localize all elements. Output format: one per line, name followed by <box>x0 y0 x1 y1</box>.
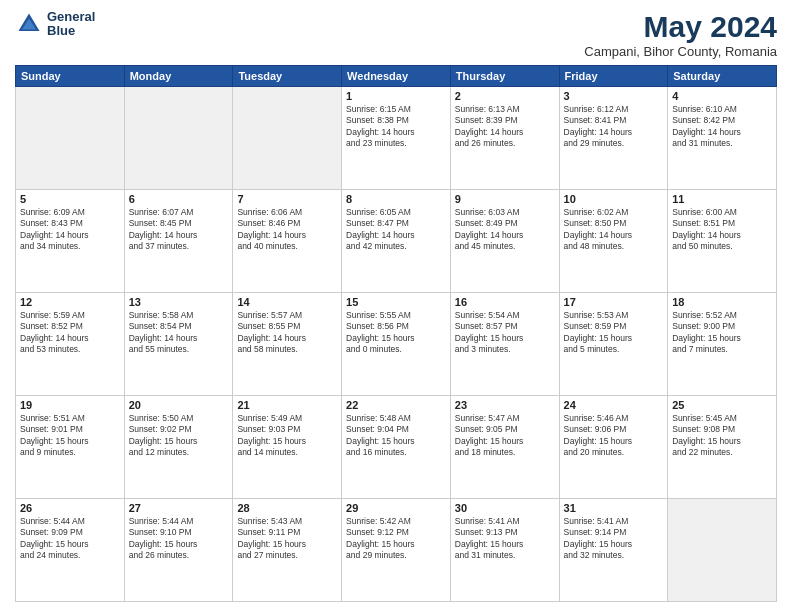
calendar-cell <box>668 499 777 602</box>
calendar-cell: 16Sunrise: 5:54 AM Sunset: 8:57 PM Dayli… <box>450 293 559 396</box>
calendar-cell <box>124 87 233 190</box>
calendar-cell: 23Sunrise: 5:47 AM Sunset: 9:05 PM Dayli… <box>450 396 559 499</box>
title-location: Campani, Bihor County, Romania <box>584 44 777 59</box>
day-number: 23 <box>455 399 555 411</box>
cell-content: Sunrise: 6:00 AM Sunset: 8:51 PM Dayligh… <box>672 207 772 253</box>
calendar-cell <box>233 87 342 190</box>
day-number: 22 <box>346 399 446 411</box>
day-number: 2 <box>455 90 555 102</box>
calendar-cell: 1Sunrise: 6:15 AM Sunset: 8:38 PM Daylig… <box>342 87 451 190</box>
calendar-week-1: 1Sunrise: 6:15 AM Sunset: 8:38 PM Daylig… <box>16 87 777 190</box>
calendar-cell: 10Sunrise: 6:02 AM Sunset: 8:50 PM Dayli… <box>559 190 668 293</box>
calendar-cell: 27Sunrise: 5:44 AM Sunset: 9:10 PM Dayli… <box>124 499 233 602</box>
cell-content: Sunrise: 6:09 AM Sunset: 8:43 PM Dayligh… <box>20 207 120 253</box>
cell-content: Sunrise: 5:49 AM Sunset: 9:03 PM Dayligh… <box>237 413 337 459</box>
calendar-cell: 9Sunrise: 6:03 AM Sunset: 8:49 PM Daylig… <box>450 190 559 293</box>
logo-line1: General <box>47 10 95 24</box>
calendar-cell: 2Sunrise: 6:13 AM Sunset: 8:39 PM Daylig… <box>450 87 559 190</box>
weekday-header-tuesday: Tuesday <box>233 66 342 87</box>
cell-content: Sunrise: 5:47 AM Sunset: 9:05 PM Dayligh… <box>455 413 555 459</box>
calendar-cell: 25Sunrise: 5:45 AM Sunset: 9:08 PM Dayli… <box>668 396 777 499</box>
calendar-cell: 14Sunrise: 5:57 AM Sunset: 8:55 PM Dayli… <box>233 293 342 396</box>
cell-content: Sunrise: 5:59 AM Sunset: 8:52 PM Dayligh… <box>20 310 120 356</box>
calendar-cell: 19Sunrise: 5:51 AM Sunset: 9:01 PM Dayli… <box>16 396 125 499</box>
page: General Blue May 2024 Campani, Bihor Cou… <box>0 0 792 612</box>
logo-line2: Blue <box>47 24 95 38</box>
cell-content: Sunrise: 5:50 AM Sunset: 9:02 PM Dayligh… <box>129 413 229 459</box>
weekday-header-saturday: Saturday <box>668 66 777 87</box>
calendar-cell: 15Sunrise: 5:55 AM Sunset: 8:56 PM Dayli… <box>342 293 451 396</box>
calendar-cell: 30Sunrise: 5:41 AM Sunset: 9:13 PM Dayli… <box>450 499 559 602</box>
calendar-cell: 12Sunrise: 5:59 AM Sunset: 8:52 PM Dayli… <box>16 293 125 396</box>
day-number: 19 <box>20 399 120 411</box>
cell-content: Sunrise: 6:02 AM Sunset: 8:50 PM Dayligh… <box>564 207 664 253</box>
logo: General Blue <box>15 10 95 39</box>
cell-content: Sunrise: 5:57 AM Sunset: 8:55 PM Dayligh… <box>237 310 337 356</box>
day-number: 5 <box>20 193 120 205</box>
cell-content: Sunrise: 6:13 AM Sunset: 8:39 PM Dayligh… <box>455 104 555 150</box>
title-block: May 2024 Campani, Bihor County, Romania <box>584 10 777 59</box>
day-number: 16 <box>455 296 555 308</box>
day-number: 29 <box>346 502 446 514</box>
cell-content: Sunrise: 5:58 AM Sunset: 8:54 PM Dayligh… <box>129 310 229 356</box>
calendar-header-row: SundayMondayTuesdayWednesdayThursdayFrid… <box>16 66 777 87</box>
calendar-cell: 11Sunrise: 6:00 AM Sunset: 8:51 PM Dayli… <box>668 190 777 293</box>
day-number: 15 <box>346 296 446 308</box>
cell-content: Sunrise: 6:06 AM Sunset: 8:46 PM Dayligh… <box>237 207 337 253</box>
cell-content: Sunrise: 5:44 AM Sunset: 9:09 PM Dayligh… <box>20 516 120 562</box>
cell-content: Sunrise: 6:15 AM Sunset: 8:38 PM Dayligh… <box>346 104 446 150</box>
day-number: 21 <box>237 399 337 411</box>
calendar-cell: 20Sunrise: 5:50 AM Sunset: 9:02 PM Dayli… <box>124 396 233 499</box>
weekday-header-thursday: Thursday <box>450 66 559 87</box>
cell-content: Sunrise: 5:46 AM Sunset: 9:06 PM Dayligh… <box>564 413 664 459</box>
logo-icon <box>15 10 43 38</box>
cell-content: Sunrise: 5:43 AM Sunset: 9:11 PM Dayligh… <box>237 516 337 562</box>
day-number: 17 <box>564 296 664 308</box>
cell-content: Sunrise: 6:03 AM Sunset: 8:49 PM Dayligh… <box>455 207 555 253</box>
calendar-cell: 5Sunrise: 6:09 AM Sunset: 8:43 PM Daylig… <box>16 190 125 293</box>
calendar-week-2: 5Sunrise: 6:09 AM Sunset: 8:43 PM Daylig… <box>16 190 777 293</box>
day-number: 7 <box>237 193 337 205</box>
cell-content: Sunrise: 5:42 AM Sunset: 9:12 PM Dayligh… <box>346 516 446 562</box>
calendar-week-4: 19Sunrise: 5:51 AM Sunset: 9:01 PM Dayli… <box>16 396 777 499</box>
day-number: 8 <box>346 193 446 205</box>
day-number: 30 <box>455 502 555 514</box>
calendar-cell: 18Sunrise: 5:52 AM Sunset: 9:00 PM Dayli… <box>668 293 777 396</box>
day-number: 3 <box>564 90 664 102</box>
day-number: 13 <box>129 296 229 308</box>
weekday-header-monday: Monday <box>124 66 233 87</box>
cell-content: Sunrise: 5:52 AM Sunset: 9:00 PM Dayligh… <box>672 310 772 356</box>
day-number: 10 <box>564 193 664 205</box>
calendar-cell: 22Sunrise: 5:48 AM Sunset: 9:04 PM Dayli… <box>342 396 451 499</box>
cell-content: Sunrise: 6:12 AM Sunset: 8:41 PM Dayligh… <box>564 104 664 150</box>
day-number: 11 <box>672 193 772 205</box>
calendar-cell: 7Sunrise: 6:06 AM Sunset: 8:46 PM Daylig… <box>233 190 342 293</box>
day-number: 18 <box>672 296 772 308</box>
weekday-header-sunday: Sunday <box>16 66 125 87</box>
calendar-cell: 24Sunrise: 5:46 AM Sunset: 9:06 PM Dayli… <box>559 396 668 499</box>
cell-content: Sunrise: 5:54 AM Sunset: 8:57 PM Dayligh… <box>455 310 555 356</box>
day-number: 27 <box>129 502 229 514</box>
header: General Blue May 2024 Campani, Bihor Cou… <box>15 10 777 59</box>
title-month: May 2024 <box>584 10 777 44</box>
calendar-cell: 29Sunrise: 5:42 AM Sunset: 9:12 PM Dayli… <box>342 499 451 602</box>
day-number: 26 <box>20 502 120 514</box>
calendar-week-5: 26Sunrise: 5:44 AM Sunset: 9:09 PM Dayli… <box>16 499 777 602</box>
calendar-cell: 31Sunrise: 5:41 AM Sunset: 9:14 PM Dayli… <box>559 499 668 602</box>
weekday-header-wednesday: Wednesday <box>342 66 451 87</box>
day-number: 4 <box>672 90 772 102</box>
logo-text: General Blue <box>47 10 95 39</box>
calendar-cell: 26Sunrise: 5:44 AM Sunset: 9:09 PM Dayli… <box>16 499 125 602</box>
day-number: 6 <box>129 193 229 205</box>
calendar-table: SundayMondayTuesdayWednesdayThursdayFrid… <box>15 65 777 602</box>
cell-content: Sunrise: 5:48 AM Sunset: 9:04 PM Dayligh… <box>346 413 446 459</box>
weekday-header-friday: Friday <box>559 66 668 87</box>
calendar-cell: 21Sunrise: 5:49 AM Sunset: 9:03 PM Dayli… <box>233 396 342 499</box>
day-number: 14 <box>237 296 337 308</box>
cell-content: Sunrise: 6:05 AM Sunset: 8:47 PM Dayligh… <box>346 207 446 253</box>
cell-content: Sunrise: 5:51 AM Sunset: 9:01 PM Dayligh… <box>20 413 120 459</box>
cell-content: Sunrise: 6:07 AM Sunset: 8:45 PM Dayligh… <box>129 207 229 253</box>
cell-content: Sunrise: 6:10 AM Sunset: 8:42 PM Dayligh… <box>672 104 772 150</box>
cell-content: Sunrise: 5:41 AM Sunset: 9:14 PM Dayligh… <box>564 516 664 562</box>
calendar-cell: 3Sunrise: 6:12 AM Sunset: 8:41 PM Daylig… <box>559 87 668 190</box>
